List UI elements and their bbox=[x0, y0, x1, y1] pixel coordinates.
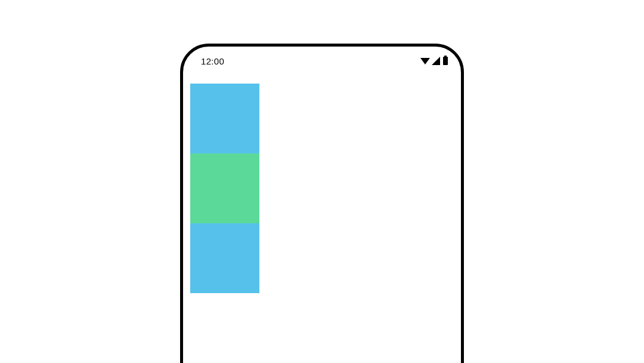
status-time: 12:00 bbox=[201, 56, 224, 66]
block-top bbox=[190, 84, 259, 153]
cellular-signal-icon bbox=[432, 57, 440, 65]
phone-frame: 12:00 bbox=[180, 44, 464, 363]
status-bar: 12:00 bbox=[183, 47, 461, 69]
status-icons bbox=[420, 57, 448, 65]
battery-icon bbox=[443, 57, 448, 65]
content-area bbox=[183, 69, 461, 293]
block-bottom bbox=[190, 223, 259, 293]
wifi-icon bbox=[420, 58, 430, 64]
color-column bbox=[190, 84, 259, 293]
block-middle bbox=[190, 153, 259, 223]
